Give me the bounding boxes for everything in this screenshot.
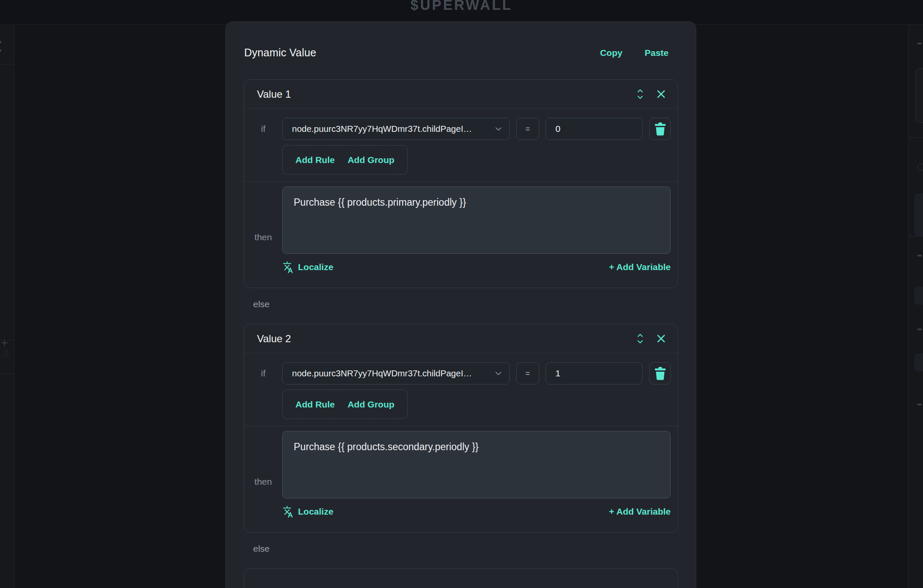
value-card-controls bbox=[637, 88, 666, 100]
condition-field-select[interactable]: node.puurc3NR7yy7HqWDmr37t.childPageI… bbox=[282, 362, 510, 384]
panel-fragment bbox=[914, 193, 923, 236]
then-section: then Purchase {{ products.primary.period… bbox=[244, 181, 678, 288]
value-card-header: Value 2 bbox=[244, 324, 678, 353]
superwall-logo: $UPERWALL bbox=[0, 0, 923, 13]
panel-fragment bbox=[914, 287, 923, 305]
condition-field-select[interactable]: node.puurc3NR7yy7HqWDmr37t.childPageI… bbox=[282, 118, 510, 140]
then-content: Purchase {{ products.secondary.periodly … bbox=[282, 431, 671, 532]
value-card-partial bbox=[244, 568, 678, 588]
panel-divider bbox=[0, 340, 14, 341]
condition-row: node.puurc3NR7yy7HqWDmr37t.childPageI… = bbox=[282, 118, 671, 140]
localize-row: Localize + Add Variable bbox=[282, 261, 671, 273]
value-card-2: Value 2 if bbox=[244, 324, 678, 533]
then-label: then bbox=[244, 186, 282, 288]
modal-title: Dynamic Value bbox=[244, 47, 316, 59]
panel-divider bbox=[0, 64, 14, 64]
then-value-textarea[interactable]: Purchase {{ products.primary.periodly }} bbox=[282, 186, 671, 254]
add-rule-group-box: Add Rule Add Group bbox=[282, 390, 408, 419]
value-card-title: Value 2 bbox=[257, 333, 291, 345]
panel-divider bbox=[0, 373, 14, 374]
add-group-button[interactable]: Add Group bbox=[348, 399, 394, 410]
right-panel-sliver bbox=[908, 25, 923, 588]
localize-label: Localize bbox=[298, 506, 333, 517]
add-variable-button[interactable]: + Add Variable bbox=[609, 506, 671, 517]
translate-icon bbox=[282, 261, 293, 273]
condition-value-input[interactable] bbox=[546, 362, 643, 384]
if-content: node.puurc3NR7yy7HqWDmr37t.childPageI… = bbox=[282, 362, 671, 419]
value-card-header: Value 1 bbox=[244, 80, 678, 109]
modal-actions: Copy Paste bbox=[600, 48, 669, 58]
modal-header: Dynamic Value Copy Paste bbox=[244, 47, 678, 59]
panel-fragment bbox=[917, 404, 922, 405]
move-value-control[interactable] bbox=[637, 333, 644, 344]
panel-fragment bbox=[917, 163, 923, 171]
else-label: else bbox=[253, 299, 678, 309]
dynamic-value-modal: Dynamic Value Copy Paste Value 1 bbox=[225, 21, 696, 588]
add-rule-button[interactable]: Add Rule bbox=[295, 399, 335, 410]
panel-fragment bbox=[0, 49, 1, 52]
close-icon bbox=[657, 334, 666, 343]
operator-button[interactable]: = bbox=[516, 118, 539, 140]
add-rule-button[interactable]: Add Rule bbox=[295, 155, 335, 165]
add-variable-button[interactable]: + Add Variable bbox=[609, 262, 671, 272]
delete-rule-button[interactable] bbox=[649, 118, 671, 140]
panel-fragment bbox=[917, 255, 922, 256]
chevron-down-icon bbox=[495, 372, 502, 376]
operator-button[interactable]: = bbox=[516, 362, 539, 384]
panel-fragment bbox=[914, 353, 923, 371]
panel-divider bbox=[908, 137, 923, 138]
panel-divider bbox=[908, 236, 923, 236]
then-label: then bbox=[244, 431, 282, 532]
localize-button[interactable]: Localize bbox=[282, 261, 333, 273]
close-icon bbox=[657, 90, 666, 99]
copy-button[interactable]: Copy bbox=[600, 48, 622, 58]
chevron-up-down-icon bbox=[637, 88, 644, 100]
condition-row: node.puurc3NR7yy7HqWDmr37t.childPageI… = bbox=[282, 362, 671, 384]
translate-icon bbox=[282, 506, 293, 518]
panel-fragment bbox=[917, 329, 922, 330]
chevron-down-icon bbox=[495, 127, 502, 131]
move-value-control[interactable] bbox=[637, 88, 644, 100]
value-card-controls bbox=[637, 333, 666, 344]
chevron-up-down-icon bbox=[637, 333, 644, 344]
panel-fragment bbox=[916, 68, 923, 123]
localize-button[interactable]: Localize bbox=[282, 506, 333, 518]
remove-value-button[interactable] bbox=[657, 334, 666, 343]
remove-value-button[interactable] bbox=[657, 90, 666, 99]
then-section: then Purchase {{ products.secondary.peri… bbox=[244, 426, 678, 532]
value-card-1: Value 1 if bbox=[244, 79, 678, 288]
panel-fragment bbox=[0, 41, 1, 43]
localize-label: Localize bbox=[298, 262, 333, 272]
localize-row: Localize + Add Variable bbox=[282, 506, 671, 518]
panel-fragment bbox=[917, 43, 922, 44]
panel-fragment bbox=[0, 348, 11, 357]
if-content: node.puurc3NR7yy7HqWDmr37t.childPageI… = bbox=[282, 118, 671, 175]
trash-icon bbox=[654, 367, 666, 380]
add-node-button[interactable] bbox=[1, 339, 8, 348]
left-panel-sliver bbox=[0, 25, 15, 588]
if-label: if bbox=[244, 362, 282, 384]
value-card-title: Value 1 bbox=[257, 88, 291, 100]
trash-icon bbox=[654, 122, 666, 136]
then-value-textarea[interactable]: Purchase {{ products.secondary.periodly … bbox=[282, 431, 671, 498]
if-section: if node.puurc3NR7yy7HqWDmr37t.childPageI… bbox=[244, 109, 678, 181]
paste-button[interactable]: Paste bbox=[645, 48, 669, 58]
if-section: if node.puurc3NR7yy7HqWDmr37t.childPageI… bbox=[244, 353, 678, 426]
else-label: else bbox=[253, 544, 678, 554]
add-rule-group-box: Add Rule Add Group bbox=[282, 145, 408, 175]
delete-rule-button[interactable] bbox=[649, 362, 671, 384]
if-label: if bbox=[244, 118, 282, 140]
condition-field-value: node.puurc3NR7yy7HqWDmr37t.childPageI… bbox=[292, 368, 490, 378]
condition-value-input[interactable] bbox=[546, 118, 643, 140]
then-content: Purchase {{ products.primary.periodly }}… bbox=[282, 186, 671, 288]
condition-field-value: node.puurc3NR7yy7HqWDmr37t.childPageI… bbox=[292, 124, 490, 134]
add-group-button[interactable]: Add Group bbox=[348, 155, 394, 165]
